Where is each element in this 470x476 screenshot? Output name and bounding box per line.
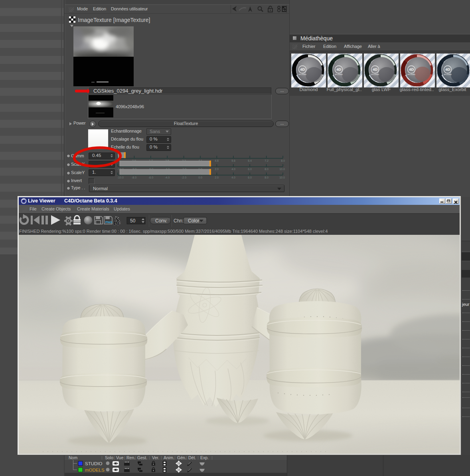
svg-text:0.0: 0.0 [198,176,202,179]
svg-text:2.0: 2.0 [215,176,219,179]
svg-text:6.0: 6.0 [248,176,252,179]
svg-text:Color: Color [188,218,199,224]
svg-text:50: 50 [130,218,136,224]
svg-text:-10.0: -10.0 [117,176,124,179]
svg-text:PNG: PNG [105,220,112,224]
svg-text:8.0: 8.0 [265,176,269,179]
svg-text:Conv.: Conv. [155,218,167,224]
svg-text:-6.0: -6.0 [148,176,153,179]
svg-text:PF: PF [114,220,120,226]
svg-text:-8.0: -8.0 [132,176,136,179]
svg-text:Chn:: Chn: [174,218,184,224]
svg-text:-2.0: -2.0 [182,176,186,179]
svg-text:-4.0: -4.0 [165,176,170,179]
svg-text:4.0: 4.0 [231,176,235,179]
svg-text:10.0: 10.0 [279,176,285,179]
